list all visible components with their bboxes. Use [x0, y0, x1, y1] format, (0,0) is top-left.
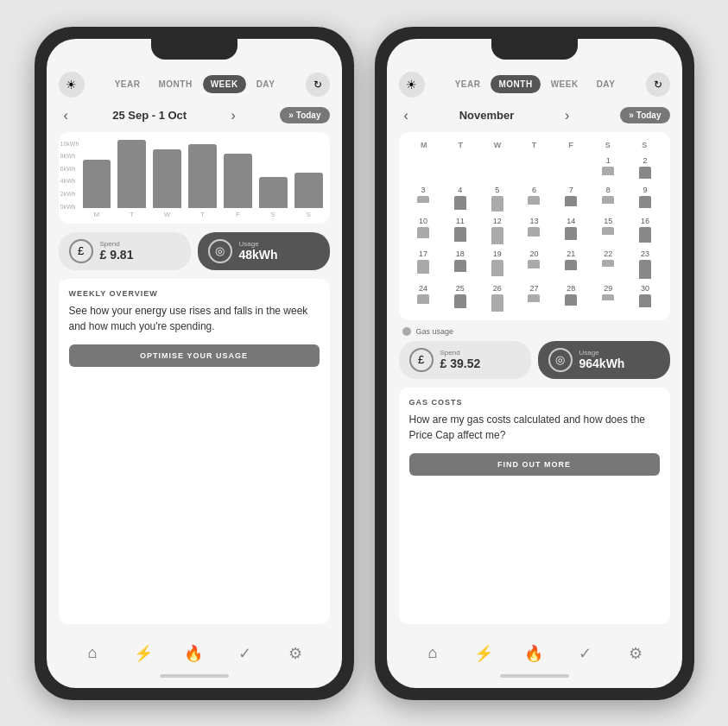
next-arrow-1[interactable]: ›: [226, 106, 241, 125]
tab-week-1[interactable]: WEEK: [203, 75, 246, 93]
notch-2: [491, 39, 578, 60]
legend-row-2: Gas usage: [399, 327, 670, 336]
nav-home-1[interactable]: ⌂: [79, 640, 106, 667]
cal-day-12[interactable]: 12: [479, 215, 515, 246]
nav-lightning-1[interactable]: ⚡: [130, 640, 157, 667]
bar-S2: [294, 173, 323, 208]
meter-icon-2: ◎: [548, 348, 573, 372]
nav-check-1[interactable]: ✓: [231, 640, 258, 667]
cal-day-5[interactable]: 5: [479, 184, 515, 213]
cal-day-14[interactable]: 14: [554, 215, 589, 246]
usage-card-1: ◎ Usage 48kWh: [198, 232, 330, 270]
bar-M: [83, 160, 111, 208]
nav-flame-1[interactable]: 🔥: [180, 640, 207, 667]
today-button-2[interactable]: » Today: [620, 107, 669, 123]
bar-F: [224, 154, 252, 208]
bottom-nav-2: ⌂ ⚡ 🔥 ✓ ⚙: [399, 633, 670, 671]
cal-day-11[interactable]: 11: [442, 215, 478, 246]
cal-day-27[interactable]: 27: [516, 282, 552, 313]
tab-month-2[interactable]: MONTH: [491, 75, 540, 93]
cal-day-26[interactable]: 26: [479, 282, 515, 313]
period-tabs-2: YEAR MONTH WEEK DAY: [428, 75, 643, 93]
bar-T1: [117, 140, 146, 208]
legend-dot-gas: [402, 327, 411, 336]
next-arrow-2[interactable]: ›: [560, 106, 574, 125]
spend-info-2: Spend £ 39.52: [440, 349, 481, 370]
meter-icon-1: ◎: [208, 239, 232, 263]
cal-day-8[interactable]: 8: [591, 184, 626, 213]
pound-icon-2: £: [409, 348, 434, 372]
month-title-2: November: [459, 109, 515, 122]
period-tabs-1: YEAR MONTH WEEK DAY: [88, 75, 302, 93]
action-button-2[interactable]: FIND OUT MORE: [409, 453, 660, 476]
tab-month-1[interactable]: MONTH: [150, 75, 199, 93]
pound-icon-1: £: [69, 239, 93, 263]
cal-day-6[interactable]: 6: [516, 184, 552, 213]
refresh-button-2[interactable]: ↻: [646, 73, 670, 97]
nav-row-1: ‹ 25 Sep - 1 Oct › » Today: [59, 106, 330, 125]
info-card-1: WEEKLY OVERVIEW See how your energy use …: [59, 279, 330, 624]
cal-day-17[interactable]: 17: [406, 248, 441, 281]
action-button-1[interactable]: OPTIMISE YOUR USAGE: [69, 344, 320, 367]
cal-day-22[interactable]: 22: [591, 248, 626, 281]
tab-week-2[interactable]: WEEK: [543, 75, 586, 93]
tab-year-1[interactable]: YEAR: [107, 75, 149, 93]
sun-icon-2[interactable]: ☀: [399, 72, 425, 98]
cal-day-16[interactable]: 16: [628, 215, 663, 246]
cal-day-21[interactable]: 21: [554, 248, 589, 281]
cal-day-2[interactable]: 2: [628, 155, 663, 182]
cal-day-23[interactable]: 23: [628, 248, 663, 281]
tab-year-2[interactable]: YEAR: [447, 75, 489, 93]
usage-card-2: ◎ Usage 964kWh: [538, 341, 670, 379]
nav-row-2: ‹ November › » Today: [399, 106, 670, 125]
nav-flame-2[interactable]: 🔥: [520, 640, 548, 667]
cal-empty: [442, 155, 478, 182]
cal-day-18[interactable]: 18: [442, 248, 478, 281]
cal-day-13[interactable]: 13: [516, 215, 552, 246]
phone-1: ☀ YEAR MONTH WEEK DAY ↻ ‹ 25 Sep - 1 Oct…: [35, 27, 354, 700]
cal-empty: [554, 155, 589, 182]
bar-col-T1: T: [117, 140, 146, 218]
nav-check-2[interactable]: ✓: [571, 640, 598, 667]
sun-icon[interactable]: ☀: [59, 72, 85, 98]
cal-day-19[interactable]: 19: [479, 248, 515, 281]
nav-gear-2[interactable]: ⚙: [622, 640, 649, 667]
cal-day-1[interactable]: 1: [591, 155, 626, 182]
phone-2: ☀ YEAR MONTH WEEK DAY ↻ ‹ November › »: [375, 27, 694, 700]
spend-card-1: £ Spend £ 9.81: [59, 232, 191, 270]
cal-day-29[interactable]: 29: [591, 282, 626, 313]
today-button-1[interactable]: » Today: [280, 107, 329, 123]
home-indicator-2: [500, 674, 569, 678]
nav-lightning-2[interactable]: ⚡: [470, 640, 497, 667]
prev-arrow-2[interactable]: ‹: [399, 106, 414, 125]
cal-day-30[interactable]: 30: [628, 282, 663, 313]
bars-area-1: M T W T: [83, 141, 323, 218]
bar-col-M: M: [83, 160, 111, 218]
cal-day-7[interactable]: 7: [554, 184, 589, 213]
spend-card-2: £ Spend £ 39.52: [399, 341, 531, 379]
cal-header-2: M T W T F S S: [406, 139, 663, 151]
refresh-button-1[interactable]: ↻: [306, 73, 330, 97]
cal-day-24[interactable]: 24: [406, 282, 441, 313]
nav-gear-1[interactable]: ⚙: [282, 640, 309, 667]
cal-day-25[interactable]: 25: [442, 282, 478, 313]
date-range-1: 25 Sep - 1 Oct: [112, 109, 187, 122]
prev-arrow-1[interactable]: ‹: [59, 106, 73, 125]
period-selector-1: ☀ YEAR MONTH WEEK DAY ↻: [59, 72, 330, 98]
nav-home-2[interactable]: ⌂: [419, 640, 446, 667]
cal-day-15[interactable]: 15: [591, 215, 626, 246]
bar-chart-1: 0kWh 2kWh 4kWh 6kWh 8kWh 10kWh M: [59, 132, 330, 224]
tab-day-2[interactable]: DAY: [589, 75, 624, 93]
cal-day-10[interactable]: 10: [406, 215, 441, 246]
bottom-nav-1: ⌂ ⚡ 🔥 ✓ ⚙: [59, 633, 330, 671]
cal-empty: [479, 155, 515, 182]
cal-day-9[interactable]: 9: [628, 184, 663, 213]
cal-day-4[interactable]: 4: [442, 184, 478, 213]
cal-day-20[interactable]: 20: [516, 248, 552, 281]
period-selector-2: ☀ YEAR MONTH WEEK DAY ↻: [399, 72, 670, 98]
cal-day-3[interactable]: 3: [406, 184, 441, 213]
spend-info-1: Spend £ 9.81: [100, 240, 134, 262]
tab-day-1[interactable]: DAY: [249, 75, 283, 93]
cal-day-28[interactable]: 28: [554, 282, 589, 313]
bar-col-T2: T: [188, 144, 217, 218]
